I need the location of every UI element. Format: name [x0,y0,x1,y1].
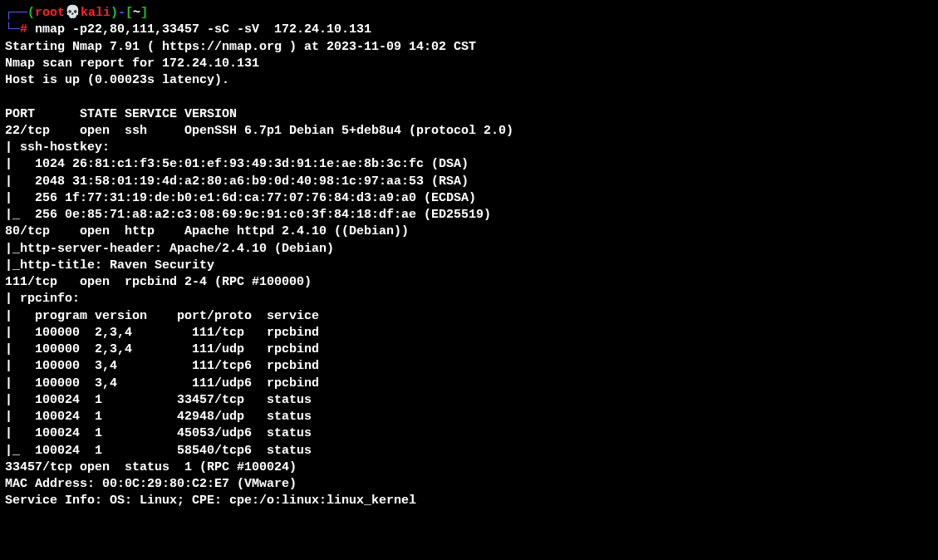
output-port-header: PORT STATE SERVICE VERSION [5,106,933,123]
output-rpc-3: | 100000 3,4 111/tcp6 rpcbind [5,358,933,375]
prompt-line-2: └─# nmap -p22,80,111,33457 -sC -sV 172.2… [5,22,933,38]
output-service-info: Service Info: OS: Linux; CPE: cpe:/o:lin… [5,493,933,509]
output-rpc-4: | 100000 3,4 111/udp6 rpcbind [5,376,933,392]
output-rpcinfo: | rpcinfo: [5,291,933,307]
output-port-33457: 33457/tcp open status 1 (RPC #100024) [5,459,933,476]
output-rpc-2: | 100000 2,3,4 111/udp rpcbind [5,341,933,358]
output-mac-address: MAC Address: 00:0C:29:80:C2:E7 (VMware) [5,476,933,493]
prompt-line-1: ┌──(root💀kali)-[~] [5,5,933,22]
output-ssh-rsa: | 2048 31:58:01:19:4d:a2:80:a6:b9:0d:40:… [5,174,933,190]
output-ssh-ed25519: |_ 256 0e:85:71:a8:a2:c3:08:69:9c:91:c0:… [5,207,933,224]
output-http-server: |_http-server-header: Apache/2.4.10 (Deb… [5,241,933,258]
output-rpc-7: | 100024 1 45053/udp6 status [5,425,933,442]
output-starting: Starting Nmap 7.91 ( https://nmap.org ) … [5,39,933,56]
command-text: nmap -p22,80,111,33457 -sC -sV 172.24.10… [35,22,371,37]
output-ssh-dsa: | 1024 26:81:c1:f3:5e:01:ef:93:49:3d:91:… [5,156,933,173]
output-ssh-ecdsa: | 256 1f:77:31:19:de:b0:e1:6d:ca:77:07:7… [5,190,933,207]
output-port-80: 80/tcp open http Apache httpd 2.4.10 ((D… [5,224,933,240]
output-rpc-header: | program version port/proto service [5,308,933,325]
terminal-output[interactable]: ┌──(root💀kali)-[~] └─# nmap -p22,80,111,… [5,5,933,510]
output-rpc-5: | 100024 1 33457/tcp status [5,392,933,409]
output-http-title: |_http-title: Raven Security [5,258,933,274]
output-ssh-hostkey: | ssh-hostkey: [5,140,933,156]
output-rpc-8: |_ 100024 1 58540/tcp6 status [5,443,933,459]
output-port-111: 111/tcp open rpcbind 2-4 (RPC #100000) [5,274,933,291]
output-rpc-6: | 100024 1 42948/udp status [5,409,933,425]
output-port-22: 22/tcp open ssh OpenSSH 6.7p1 Debian 5+d… [5,123,933,140]
output-host-up: Host is up (0.00023s latency). [5,72,933,89]
output-scan-report: Nmap scan report for 172.24.10.131 [5,56,933,72]
output-rpc-1: | 100000 2,3,4 111/tcp rpcbind [5,325,933,341]
output-blank [5,89,933,106]
